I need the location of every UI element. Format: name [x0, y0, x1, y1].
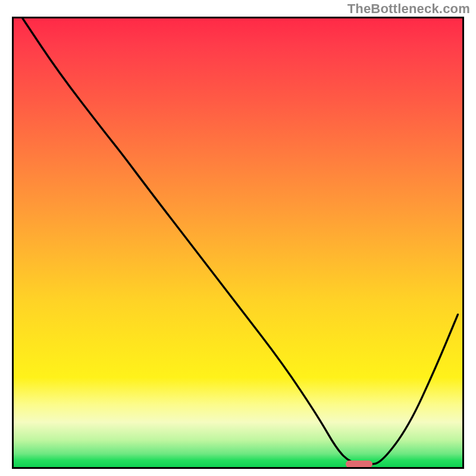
- optimal-range-marker: [346, 461, 372, 468]
- bottleneck-plot: [12, 17, 464, 469]
- watermark-text: TheBottleneck.com: [347, 1, 470, 17]
- bottleneck-curve-path: [23, 18, 458, 464]
- curve-layer: [14, 18, 462, 467]
